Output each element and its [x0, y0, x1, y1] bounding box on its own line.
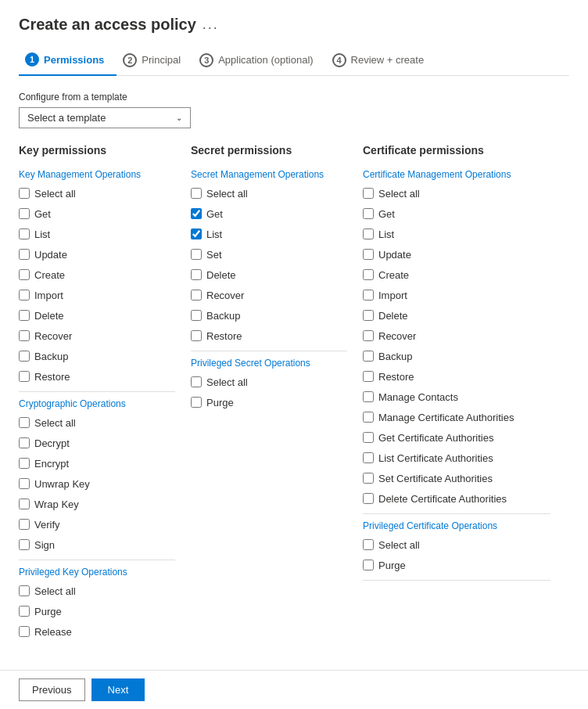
cert-import-checkbox[interactable] — [363, 290, 374, 301]
step-principal[interactable]: 2 Principal — [117, 47, 193, 75]
cert-mgmt-ops-label: Certificate Management Operations — [363, 169, 550, 180]
step-number-3: 3 — [199, 53, 213, 67]
secret-recover-checkbox[interactable] — [191, 290, 202, 301]
template-dropdown-text: Select a template — [27, 112, 106, 124]
list-item: List Certificate Authorities — [363, 449, 550, 466]
crypto-unwrapkey-checkbox[interactable] — [19, 478, 30, 489]
list-item: Select all — [19, 582, 175, 599]
list-item: Update — [363, 246, 550, 263]
list-item: Delete — [363, 307, 550, 324]
crypto-decrypt-label: Decrypt — [34, 437, 70, 449]
list-item: Get Certificate Authorities — [363, 429, 550, 446]
cert-list-checkbox[interactable] — [363, 229, 374, 239]
list-item: Import — [19, 286, 175, 304]
key-list-checkbox[interactable] — [19, 229, 30, 239]
cert-get-ca-checkbox[interactable] — [363, 432, 374, 443]
cert-set-ca-label: Set Certificate Authorities — [378, 473, 493, 484]
list-item: Restore — [19, 368, 175, 385]
cert-list-label: List — [378, 229, 394, 240]
cert-set-ca-checkbox[interactable] — [363, 473, 374, 484]
cert-delete-checkbox[interactable] — [363, 310, 374, 321]
privcert-purge-checkbox[interactable] — [363, 560, 374, 570]
key-import-checkbox[interactable] — [19, 290, 30, 301]
key-list-label: List — [34, 229, 50, 240]
step-application[interactable]: 3 Application (optional) — [193, 47, 325, 75]
cert-import-label: Import — [378, 290, 407, 301]
cert-update-label: Update — [378, 249, 411, 261]
secret-get-label: Get — [206, 208, 223, 220]
list-item: Select all — [363, 185, 550, 202]
key-backup-checkbox[interactable] — [19, 351, 30, 362]
list-item: Create — [363, 266, 550, 283]
list-item: Import — [363, 286, 550, 304]
key-backup-label: Backup — [34, 351, 68, 362]
cert-manage-contacts-checkbox[interactable] — [363, 391, 374, 402]
step-label-permissions: Permissions — [44, 54, 104, 66]
certificate-permissions-column: Certificate permissions Certificate Mana… — [363, 144, 566, 587]
cert-manage-ca-label: Manage Certificate Authorities — [378, 412, 514, 423]
crypto-decrypt-checkbox[interactable] — [19, 437, 30, 448]
crypto-encrypt-checkbox[interactable] — [19, 458, 30, 469]
list-item: Verify — [19, 516, 175, 533]
footer: Previous Next — [0, 670, 588, 709]
key-recover-checkbox[interactable] — [19, 330, 30, 341]
crypto-encrypt-label: Encrypt — [34, 458, 69, 470]
cert-backup-checkbox[interactable] — [363, 351, 374, 362]
secret-list-checkbox[interactable] — [191, 229, 202, 239]
secret-recover-label: Recover — [206, 290, 244, 301]
list-item: Recover — [19, 327, 175, 344]
secret-delete-checkbox[interactable] — [191, 269, 202, 280]
privkey-purge-checkbox[interactable] — [19, 606, 30, 617]
secret-set-checkbox[interactable] — [191, 249, 202, 260]
cert-delete-label: Delete — [378, 310, 408, 322]
cert-update-checkbox[interactable] — [363, 249, 374, 260]
cert-recover-checkbox[interactable] — [363, 330, 374, 341]
cert-get-checkbox[interactable] — [363, 208, 374, 219]
crypto-wrapkey-checkbox[interactable] — [19, 498, 30, 509]
step-number-4: 4 — [332, 53, 346, 67]
cert-get-label: Get — [378, 208, 395, 220]
key-restore-checkbox[interactable] — [19, 371, 30, 382]
secret-get-checkbox[interactable] — [191, 208, 202, 219]
list-item: Select all — [191, 373, 347, 390]
privkey-release-checkbox[interactable] — [19, 626, 30, 637]
key-delete-checkbox[interactable] — [19, 310, 30, 321]
crypto-unwrapkey-label: Unwrap Key — [34, 478, 90, 490]
cert-restore-checkbox[interactable] — [363, 371, 374, 382]
next-button[interactable]: Next — [91, 678, 145, 701]
list-item: Select all — [363, 536, 550, 553]
step-permissions[interactable]: 1 Permissions — [19, 46, 117, 76]
privsecret-purge-checkbox[interactable] — [191, 397, 202, 408]
secret-restore-checkbox[interactable] — [191, 330, 202, 341]
chevron-down-icon: ⌄ — [176, 113, 182, 122]
privileged-cert-ops-label: Privileged Certificate Operations — [363, 520, 550, 531]
key-select-all-checkbox[interactable] — [19, 188, 30, 199]
crypto-wrapkey-label: Wrap Key — [34, 498, 79, 510]
cert-manage-ca-checkbox[interactable] — [363, 412, 374, 423]
crypto-verify-checkbox[interactable] — [19, 519, 30, 530]
cert-create-checkbox[interactable] — [363, 269, 374, 280]
previous-button[interactable]: Previous — [19, 678, 85, 701]
secret-backup-checkbox[interactable] — [191, 310, 202, 321]
key-recover-label: Recover — [34, 330, 72, 342]
cert-select-all-checkbox[interactable] — [363, 188, 374, 199]
steps-nav: 1 Permissions 2 Principal 3 Application … — [19, 46, 569, 76]
crypto-sign-checkbox[interactable] — [19, 539, 30, 550]
step-review[interactable]: 4 Review + create — [326, 47, 437, 75]
template-dropdown[interactable]: Select a template ⌄ — [19, 107, 191, 128]
privkey-select-all-checkbox[interactable] — [19, 585, 30, 596]
list-item: Restore — [191, 327, 347, 344]
cert-delete-ca-checkbox[interactable] — [363, 493, 374, 504]
secret-select-all-checkbox[interactable] — [191, 188, 202, 199]
key-update-checkbox[interactable] — [19, 249, 30, 260]
privsecret-select-all-checkbox[interactable] — [191, 376, 202, 387]
secret-select-all-label: Select all — [206, 188, 248, 200]
privcert-select-all-checkbox[interactable] — [363, 539, 374, 550]
cert-list-ca-checkbox[interactable] — [363, 452, 374, 463]
crypto-select-all-checkbox[interactable] — [19, 417, 30, 428]
key-create-checkbox[interactable] — [19, 269, 30, 280]
list-item: Wrap Key — [19, 495, 175, 513]
secret-restore-label: Restore — [206, 330, 242, 342]
key-get-checkbox[interactable] — [19, 208, 30, 219]
list-item: Purge — [191, 394, 347, 411]
